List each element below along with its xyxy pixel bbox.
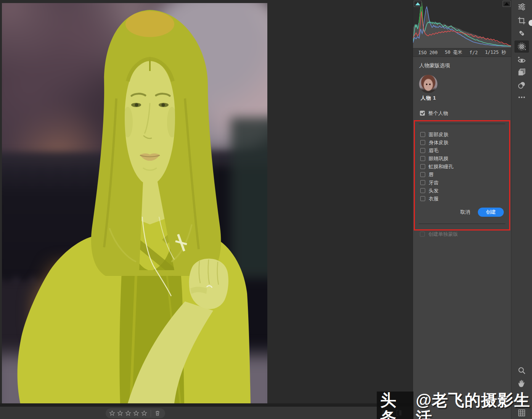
star-icon[interactable] <box>125 410 132 417</box>
highlight-clipping-indicator[interactable] <box>503 1 511 7</box>
aperture-value: f/2 <box>469 50 478 55</box>
zoom-icon[interactable] <box>517 366 526 375</box>
separate-mask-checkbox <box>420 232 425 237</box>
histogram[interactable] <box>413 0 511 49</box>
shadow-clipping-indicator[interactable] <box>414 1 422 7</box>
star-icon[interactable] <box>117 410 124 417</box>
feature-checkbox[interactable] <box>420 148 425 153</box>
more-options-icon[interactable] <box>517 93 526 102</box>
presets-icon[interactable] <box>517 68 526 77</box>
star-icon[interactable] <box>109 410 116 417</box>
whole-person-row[interactable]: 整个人物 <box>420 109 448 117</box>
feature-row-lips[interactable]: 唇 <box>420 171 505 179</box>
feature-row-clothes[interactable]: 衣服 <box>420 195 505 203</box>
camera-raw-window: ISO 200 50 毫米 f/2 1/125 秒 人物蒙版选项 人物 1 整个… <box>0 0 532 419</box>
healing-brush-icon[interactable] <box>517 29 526 38</box>
person-name-label: 人物 1 <box>421 95 436 102</box>
edit-panel: ISO 200 50 毫米 f/2 1/125 秒 人物蒙版选项 人物 1 整个… <box>413 0 511 419</box>
edit-sliders-icon[interactable] <box>517 2 526 11</box>
feature-row-teeth[interactable]: 牙齿 <box>420 179 505 187</box>
hand-icon[interactable] <box>517 379 526 388</box>
iso-value: ISO 200 <box>418 50 438 55</box>
rating-pill[interactable] <box>106 408 165 418</box>
watermark-badge: 头条 <box>377 392 413 419</box>
exif-bar: ISO 200 50 毫米 f/2 1/125 秒 <box>413 48 511 57</box>
feature-label: 眉毛 <box>429 147 439 154</box>
person-thumbnail[interactable] <box>419 75 437 93</box>
feature-label: 头发 <box>429 187 439 194</box>
divider <box>419 124 505 124</box>
red-eye-icon[interactable] <box>517 56 526 65</box>
feature-checkbox[interactable] <box>420 196 425 201</box>
separate-mask-row: 创建单独蒙版 <box>420 230 458 238</box>
annotation-red-box: 面部皮肤 身体皮肤 眉毛 眼睛巩膜 虹膜和瞳孔 唇 牙齿 头发 衣服 取消 创建 <box>414 120 510 230</box>
feature-checkbox[interactable] <box>420 164 425 169</box>
canvas-bottom-bar <box>0 406 413 419</box>
whole-person-label: 整个人物 <box>428 110 448 117</box>
masking-icon[interactable] <box>517 42 526 51</box>
histogram-curves <box>413 0 511 48</box>
feature-checkbox[interactable] <box>420 140 425 145</box>
canvas-area <box>0 0 413 419</box>
cancel-button[interactable]: 取消 <box>460 209 470 216</box>
watermark: 头条 @老飞的摄影生活 <box>377 392 532 419</box>
whole-person-checkbox[interactable] <box>420 111 425 116</box>
star-icon[interactable] <box>133 410 140 417</box>
feature-checkbox[interactable] <box>420 132 425 137</box>
feature-checkbox[interactable] <box>420 180 425 185</box>
watermark-handle: @老飞的摄影生活 <box>416 392 532 419</box>
crop-icon[interactable] <box>517 16 526 25</box>
feature-label: 衣服 <box>429 195 439 202</box>
snapshots-icon[interactable] <box>517 81 526 90</box>
feature-label: 牙齿 <box>429 179 439 186</box>
feature-checkbox[interactable] <box>420 172 425 177</box>
panel-scroll-knob[interactable] <box>529 20 532 26</box>
feature-row-eye-sclera[interactable]: 眼睛巩膜 <box>420 155 505 163</box>
feature-row-eyebrows[interactable]: 眉毛 <box>420 147 505 155</box>
feature-row-body-skin[interactable]: 身体皮肤 <box>420 139 505 147</box>
divider <box>419 224 505 224</box>
feature-row-hair[interactable]: 头发 <box>420 187 505 195</box>
mask-panel-title: 人物蒙版选项 <box>419 62 450 69</box>
feature-label: 面部皮肤 <box>429 131 448 138</box>
shutter-value: 1/125 秒 <box>485 49 506 56</box>
masked-person-overlay <box>2 3 267 403</box>
feature-checkbox[interactable] <box>420 156 425 161</box>
trash-icon[interactable] <box>154 410 161 417</box>
separate-mask-label: 创建单独蒙版 <box>428 231 458 238</box>
tool-toolbar <box>511 0 532 419</box>
star-icon[interactable] <box>141 410 148 417</box>
feature-row-face-skin[interactable]: 面部皮肤 <box>420 131 505 139</box>
feature-checkbox[interactable] <box>420 188 425 193</box>
create-button[interactable]: 创建 <box>478 208 504 217</box>
feature-label: 虹膜和瞳孔 <box>429 163 453 170</box>
photo-canvas[interactable] <box>2 3 267 403</box>
feature-label: 唇 <box>429 171 434 178</box>
feature-checkbox-list: 面部皮肤 身体皮肤 眉毛 眼睛巩膜 虹膜和瞳孔 唇 牙齿 头发 衣服 <box>420 131 505 203</box>
pill-divider <box>151 410 151 417</box>
feature-row-iris-pupil[interactable]: 虹膜和瞳孔 <box>420 163 505 171</box>
feature-label: 身体皮肤 <box>429 139 448 146</box>
feature-label: 眼睛巩膜 <box>429 155 448 162</box>
canvas-divider <box>0 403 413 406</box>
focal-length-value: 50 毫米 <box>445 49 462 56</box>
